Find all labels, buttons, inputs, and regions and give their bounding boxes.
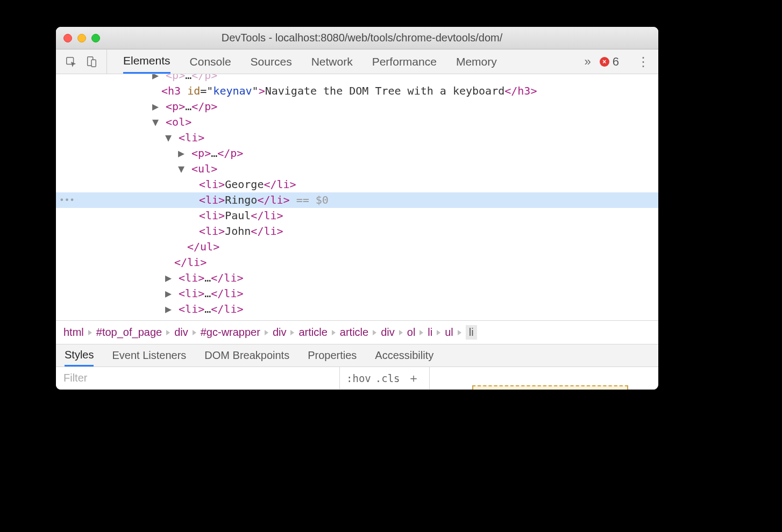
crumb-article[interactable]: article [340, 326, 368, 339]
tab-accessibility[interactable]: Accessibility [375, 344, 433, 366]
tab-event-listeners[interactable]: Event Listeners [112, 344, 186, 366]
tree-row[interactable]: </li> [56, 255, 658, 270]
chevron-right-icon [193, 330, 196, 335]
tab-memory[interactable]: Memory [456, 49, 497, 74]
style-toggles: :hov .cls ＋ [340, 367, 430, 389]
tree-row-li[interactable]: ▼ <li> [56, 130, 658, 146]
tree-row[interactable]: ▶ <p>…</p> [56, 74, 658, 83]
chevron-right-icon [332, 330, 336, 335]
tab-sources[interactable]: Sources [251, 49, 292, 74]
tree-row[interactable]: ▶ <p>…</p> [56, 99, 658, 114]
chevron-right-icon [458, 330, 461, 335]
chevron-right-icon [88, 330, 92, 335]
window-close-button[interactable] [63, 34, 72, 42]
crumb-li-current[interactable]: li [466, 325, 477, 340]
chevron-right-icon [437, 330, 440, 335]
toolbar-right: » × 6 ⋮ [576, 55, 659, 69]
inspect-element-icon[interactable] [65, 55, 77, 68]
tree-row-ul[interactable]: ▼ <ul> [56, 161, 658, 177]
tree-row-selected[interactable]: •••<li>Ringo</li> == $0 [56, 192, 658, 208]
crumb-ol[interactable]: ol [407, 326, 416, 339]
svg-rect-2 [91, 60, 96, 67]
crumb-div[interactable]: div [273, 326, 287, 339]
window-title: DevTools - localhost:8080/web/tools/chro… [105, 32, 651, 44]
tree-row-item[interactable]: <li>Paul</li> [56, 208, 658, 224]
tree-row[interactable]: </ul> [56, 239, 658, 255]
device-toolbar-icon[interactable] [85, 55, 98, 68]
error-count: 6 [613, 55, 619, 69]
chevron-right-icon [290, 330, 294, 335]
crumb-article[interactable]: article [298, 326, 327, 339]
hov-toggle[interactable]: :hov [346, 372, 371, 384]
toolbar-left-icons [56, 49, 107, 74]
window-minimize-button[interactable] [77, 34, 86, 42]
crumb-html[interactable]: html [63, 326, 84, 339]
styles-filter-input[interactable] [56, 367, 340, 389]
crumb-ul[interactable]: ul [445, 326, 453, 339]
error-icon: × [600, 57, 609, 67]
selected-node-hint: == $0 [290, 193, 329, 206]
tab-styles[interactable]: Styles [65, 344, 94, 366]
tree-row[interactable]: ▶ <li>…</li> [56, 317, 658, 320]
devtools-window: DevTools - localhost:8080/web/tools/chro… [56, 27, 658, 390]
styles-bar: :hov .cls ＋ [56, 367, 658, 390]
chevron-right-icon [373, 330, 376, 335]
crumb-li[interactable]: li [428, 326, 432, 339]
row-actions-icon[interactable]: ••• [56, 192, 75, 208]
overflow-tabs-icon[interactable]: » [585, 55, 591, 69]
tree-row-h3[interactable]: <h3 id="keynav">Navigate the DOM Tree wi… [56, 83, 658, 99]
tab-console[interactable]: Console [190, 49, 231, 74]
tab-performance[interactable]: Performance [372, 49, 437, 74]
main-toolbar: Elements Console Sources Network Perform… [56, 49, 658, 74]
tree-row[interactable]: ▶ <li>…</li> [56, 286, 658, 301]
box-model-pane [430, 367, 658, 389]
tab-network[interactable]: Network [311, 49, 353, 74]
dom-tree[interactable]: ▶ <p>…</p> <h3 id="keynav">Navigate the … [56, 74, 658, 320]
chevron-right-icon [420, 330, 423, 335]
tab-elements[interactable]: Elements [123, 49, 170, 74]
crumb-div[interactable]: div [381, 326, 395, 339]
tree-row-item[interactable]: <li>John</li> [56, 224, 658, 239]
titlebar: DevTools - localhost:8080/web/tools/chro… [56, 27, 658, 49]
chevron-right-icon [166, 330, 170, 335]
window-zoom-button[interactable] [91, 34, 100, 42]
tab-dom-breakpoints[interactable]: DOM Breakpoints [204, 344, 289, 366]
tree-row-ol[interactable]: ▼ <ol> [56, 114, 658, 130]
panel-tabs: Elements Console Sources Network Perform… [107, 49, 576, 74]
breadcrumb: html #top_of_page div #gc-wrapper div ar… [56, 320, 658, 344]
crumb-top-of-page[interactable]: #top_of_page [96, 326, 162, 339]
styles-tabs: Styles Event Listeners DOM Breakpoints P… [56, 344, 658, 367]
cls-toggle[interactable]: .cls [375, 372, 400, 384]
tree-row[interactable]: ▶ <p>…</p> [56, 146, 658, 161]
new-style-rule-icon[interactable]: ＋ [404, 370, 423, 386]
chevron-right-icon [265, 330, 268, 335]
crumb-gc-wrapper[interactable]: #gc-wrapper [201, 326, 260, 339]
tree-row[interactable]: ▶ <li>…</li> [56, 301, 658, 317]
chevron-right-icon [399, 330, 403, 335]
error-counter[interactable]: × 6 [600, 55, 619, 69]
crumb-div[interactable]: div [174, 326, 188, 339]
box-model-margin-icon [472, 385, 628, 390]
tree-row[interactable]: ▶ <li>…</li> [56, 270, 658, 286]
tree-row-item[interactable]: <li>George</li> [56, 177, 658, 192]
tab-properties[interactable]: Properties [308, 344, 357, 366]
